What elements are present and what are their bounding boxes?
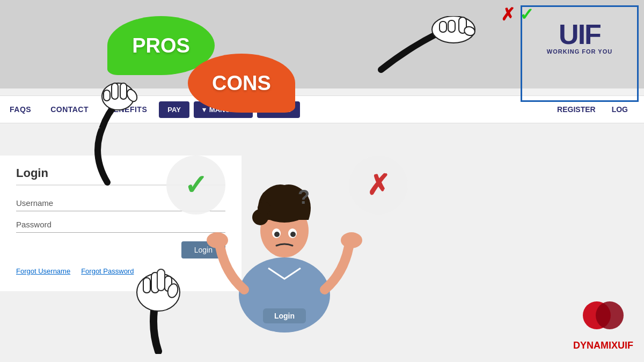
nav-faqs[interactable]: FAQS	[0, 96, 41, 123]
svg-text:?: ?	[298, 186, 310, 208]
cons-speech-bubble: CONS	[188, 54, 295, 113]
x-icon-top: ✗	[501, 4, 515, 25]
password-field[interactable]: Password	[16, 213, 225, 233]
check-icon: ✓	[184, 169, 208, 201]
cartoon-hand-bottom	[123, 257, 193, 354]
uif-logo-text: UIF	[559, 20, 601, 48]
svg-rect-12	[157, 269, 165, 291]
nav-log[interactable]: LOG	[606, 105, 633, 114]
person-illustration: ? Login	[204, 139, 365, 343]
svg-rect-1	[112, 83, 118, 99]
dynamix-icon	[582, 294, 625, 337]
dynamix-text: DYNAMIXUIF	[573, 340, 633, 351]
nav-pay[interactable]: PAY	[159, 101, 189, 118]
cartoon-hand-left	[75, 80, 140, 188]
top-marks: ✗ ✓	[501, 4, 534, 25]
x-speech-bubble: ✗	[349, 156, 408, 215]
uif-subtitle: WORKING FOR YOU	[547, 48, 612, 55]
svg-rect-8	[440, 21, 447, 32]
check-speech-bubble: ✓	[166, 156, 225, 215]
svg-point-25	[290, 232, 296, 237]
svg-point-20	[258, 202, 270, 215]
nav-register[interactable]: REGISTER	[552, 105, 601, 114]
svg-rect-13	[143, 278, 150, 293]
dynamix-uif-logo: DYNAMIXUIF	[573, 294, 633, 351]
cartoon-hand-right	[376, 16, 483, 80]
check-icon-top: ✓	[519, 4, 534, 25]
svg-text:Login: Login	[274, 312, 295, 320]
svg-point-27	[341, 232, 362, 248]
svg-point-26	[207, 232, 228, 248]
cons-bubble: CONS	[188, 54, 295, 113]
svg-rect-3	[104, 90, 110, 101]
uif-logo: UIF WORKING FOR YOU	[526, 11, 633, 64]
x-icon: ✗	[367, 169, 390, 201]
svg-rect-7	[448, 20, 455, 32]
svg-point-31	[596, 301, 624, 329]
svg-rect-2	[120, 83, 127, 99]
forgot-links: Forgot Username Forgot Password	[16, 267, 225, 275]
svg-point-24	[274, 232, 280, 237]
forgot-username-link[interactable]: Forgot Username	[16, 267, 70, 275]
